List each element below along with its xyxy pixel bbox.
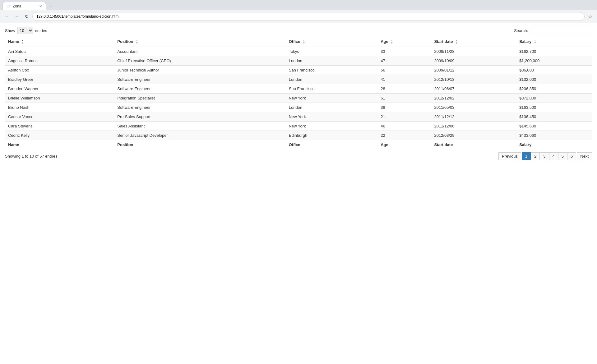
cell-salary: $1,200,000 [516,56,592,65]
cell-age: 28 [377,84,431,93]
col-office-label: Office [289,39,300,44]
page-buttons: 123456 [522,152,576,160]
sort-icons-office: ▲▼ [303,39,305,44]
new-tab-button[interactable]: + [47,2,55,10]
cell-position: Software Engineer [114,84,285,93]
entries-label: entries [35,28,47,33]
page-content: Show 102550100 entries Search: Name ▲▼ P… [0,23,597,164]
cell-start_date: 2011/12/12 [431,112,516,121]
table-row[interactable]: Bradley GreerSoftware EngineerLondon4120… [5,75,592,84]
cell-age: 46 [377,121,431,131]
search-box: Search: [514,27,592,34]
cell-age: 33 [377,47,431,56]
reload-button[interactable]: ↻ [22,12,31,21]
cell-position: Sales Assistant [114,121,285,131]
cell-office: Edinburgh [286,131,377,140]
page-button-3[interactable]: 3 [540,152,549,160]
cell-name: Cara Stevens [5,121,114,131]
cell-position: Integration Specialist [114,93,285,103]
browser-chrome: 📄 Zona ✕ + ← → ↻ ☆ [0,0,597,23]
col-name-label: Name [8,39,19,44]
sort-icons-name: ▲▼ [21,39,24,44]
entries-select[interactable]: 102550100 [17,27,33,34]
cell-office: New York [286,93,377,103]
col-position-label: Position [117,39,133,44]
page-button-1[interactable]: 1 [522,152,531,160]
cell-age: 61 [377,93,431,103]
table-row[interactable]: Airi SatouAccountantTokyo332008/11/28$16… [5,47,592,56]
table-row[interactable]: Brenden WagnerSoftware EngineerSan Franc… [5,84,592,93]
table-row[interactable]: Angelica RamosChief Executive Officer (C… [5,56,592,65]
table-controls-bottom: Showing 1 to 10 of 57 entries Previous 1… [5,152,592,160]
sort-icons-start-date: ▲▼ [455,39,458,44]
footer-col-start-date: Start date [431,140,516,149]
footer-col-position: Position [114,140,285,149]
browser-tab[interactable]: 📄 Zona ✕ [2,2,46,10]
cell-office: New York [286,112,377,121]
cell-age: 47 [377,56,431,65]
cell-name: Bruno Nash [5,103,114,112]
cell-position: Accountant [114,47,285,56]
table-body: Airi SatouAccountantTokyo332008/11/28$16… [5,47,592,140]
table-row[interactable]: Brielle WilliamsonIntegration Specialist… [5,93,592,103]
col-salary-label: Salary [519,39,531,44]
cell-start_date: 2008/11/28 [431,47,516,56]
cell-start_date: 2009/01/12 [431,65,516,75]
page-button-6[interactable]: 6 [567,152,576,160]
col-header-age[interactable]: Age ▲▼ [377,37,431,47]
col-header-name[interactable]: Name ▲▼ [5,37,114,47]
cell-age: 22 [377,131,431,140]
cell-salary: $86,000 [516,65,592,75]
cell-office: New York [286,121,377,131]
table-row[interactable]: Cara StevensSales AssistantNew York46201… [5,121,592,131]
table-row[interactable]: Ashton CoxJunior Technical AuthorSan Fra… [5,65,592,75]
cell-name: Brielle Williamson [5,93,114,103]
table-row[interactable]: Caesar VancePre-Sales SupportNew York212… [5,112,592,121]
forward-button[interactable]: → [12,12,21,21]
sort-icons-salary: ▲▼ [534,39,536,44]
table-row[interactable]: Bruno NashSoftware EngineerLondon382011/… [5,103,592,112]
cell-position: Senior Javascript Developer [114,131,285,140]
page-button-2[interactable]: 2 [531,152,540,160]
next-button[interactable]: Next [577,152,592,160]
search-input[interactable] [530,27,592,34]
bookmark-icon[interactable]: ☆ [586,12,595,21]
col-header-start-date[interactable]: Start date ▲▼ [431,37,516,47]
address-bar[interactable] [32,12,585,21]
search-label: Search: [514,28,528,33]
page-button-5[interactable]: 5 [558,152,567,160]
sort-icons-position: ▲▼ [136,39,138,44]
col-age-label: Age [381,39,388,44]
cell-office: San Francisco [286,65,377,75]
cell-name: Cedric Kelly [5,131,114,140]
col-header-office[interactable]: Office ▲▼ [286,37,377,47]
table-footer: Name Position Office Age Start date Sala… [5,140,592,149]
cell-salary: $132,000 [516,75,592,84]
cell-office: Tokyo [286,47,377,56]
cell-start_date: 2009/10/09 [431,56,516,65]
col-header-position[interactable]: Position ▲▼ [114,37,285,47]
cell-start_date: 2012/10/13 [431,75,516,84]
cell-name: Angelica Ramos [5,56,114,65]
table-row[interactable]: Cedric KellySenior Javascript DeveloperE… [5,131,592,140]
cell-position: Software Engineer [114,75,285,84]
cell-position: Chief Executive Officer (CEO) [114,56,285,65]
cell-office: London [286,75,377,84]
cell-age: 38 [377,103,431,112]
footer-col-salary: Salary [516,140,592,149]
cell-salary: $372,000 [516,93,592,103]
back-button[interactable]: ← [2,12,11,21]
col-header-salary[interactable]: Salary ▲▼ [516,37,592,47]
tab-favicon-icon: 📄 [7,4,11,8]
table-controls-top: Show 102550100 entries Search: [5,27,592,34]
browser-toolbar: ← → ↻ ☆ [0,10,597,23]
footer-col-office: Office [286,140,377,149]
previous-button[interactable]: Previous [498,152,521,160]
cell-position: Pre-Sales Support [114,112,285,121]
table-header: Name ▲▼ Position ▲▼ Office ▲▼ Age ▲▼ Sta… [5,37,592,47]
tab-close-button[interactable]: ✕ [39,4,42,8]
cell-name: Caesar Vance [5,112,114,121]
page-button-4[interactable]: 4 [549,152,558,160]
cell-salary: $433,060 [516,131,592,140]
data-table: Name ▲▼ Position ▲▼ Office ▲▼ Age ▲▼ Sta… [5,37,592,149]
